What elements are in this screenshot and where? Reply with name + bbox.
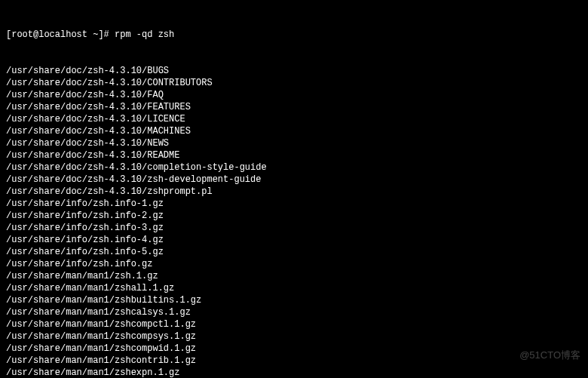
output-line: /usr/share/doc/zsh-4.3.10/FAQ <box>6 89 582 101</box>
command-text: rpm -qd zsh <box>115 29 174 41</box>
output-line: /usr/share/doc/zsh-4.3.10/BUGS <box>6 65 582 77</box>
output-line: /usr/share/doc/zsh-4.3.10/completion-sty… <box>6 161 582 174</box>
output-line: /usr/share/doc/zsh-4.3.10/zsh-developmen… <box>6 174 582 186</box>
output-line: /usr/share/doc/zsh-4.3.10/FEATURES <box>6 101 582 113</box>
output-line: /usr/share/man/man1/zsh.1.gz <box>6 270 582 282</box>
output-line: /usr/share/doc/zsh-4.3.10/CONTRIBUTORS <box>6 77 582 89</box>
output-line: /usr/share/man/man1/zshcontrib.1.gz <box>6 355 582 367</box>
output-line: /usr/share/doc/zsh-4.3.10/LICENCE <box>6 113 582 125</box>
output-line: /usr/share/doc/zsh-4.3.10/NEWS <box>6 137 582 149</box>
output-line: /usr/share/man/man1/zshbuiltins.1.gz <box>6 294 582 306</box>
output-line: /usr/share/info/zsh.info-4.gz <box>6 234 582 246</box>
terminal-container[interactable]: [root@localhost ~]# rpm -qd zsh /usr/sha… <box>6 5 582 378</box>
output-line: /usr/share/info/zsh.info-2.gz <box>6 210 582 222</box>
output-line: /usr/share/info/zsh.info-5.gz <box>6 246 582 258</box>
output-line: /usr/share/man/man1/zshall.1.gz <box>6 282 582 294</box>
output-line: /usr/share/man/man1/zshexpn.1.gz <box>6 367 582 378</box>
watermark-text: @51CTO博客 <box>519 349 580 361</box>
output-container: /usr/share/doc/zsh-4.3.10/BUGS/usr/share… <box>6 65 582 378</box>
output-line: /usr/share/doc/zsh-4.3.10/zshprompt.pl <box>6 186 582 198</box>
output-line: /usr/share/man/man1/zshcompctl.1.gz <box>6 318 582 330</box>
output-line: /usr/share/man/man1/zshcompwid.1.gz <box>6 343 582 355</box>
output-line: /usr/share/info/zsh.info.gz <box>6 258 582 270</box>
output-line: /usr/share/doc/zsh-4.3.10/README <box>6 149 582 161</box>
output-line: /usr/share/doc/zsh-4.3.10/MACHINES <box>6 125 582 137</box>
output-line: /usr/share/man/man1/zshcalsys.1.gz <box>6 306 582 318</box>
output-line: /usr/share/man/man1/zshcompsys.1.gz <box>6 330 582 343</box>
shell-prompt: [root@localhost ~]# <box>6 29 115 41</box>
output-line: /usr/share/info/zsh.info-3.gz <box>6 222 582 234</box>
command-line: [root@localhost ~]# rpm -qd zsh <box>6 29 582 41</box>
output-line: /usr/share/info/zsh.info-1.gz <box>6 198 582 210</box>
